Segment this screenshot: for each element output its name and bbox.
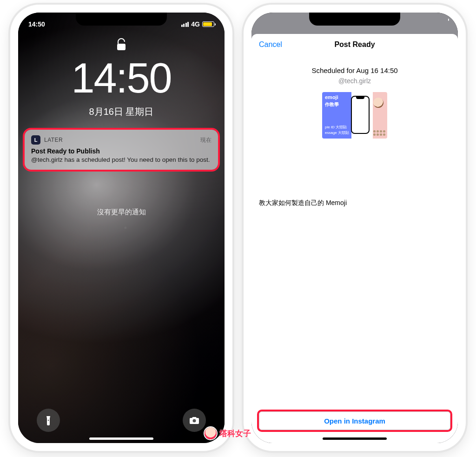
lock-date: 8月16日 星期日	[18, 106, 225, 118]
lock-clock: 14:50	[18, 54, 225, 102]
post-thumbnail[interactable]: emoji作教學 ple ID 大頭貼essage 大頭貼	[322, 92, 387, 139]
lock-screen: 14:50 4G 14:50 8月16日 星期日 L LATER 現在 Post…	[18, 13, 225, 443]
cancel-button[interactable]: Cancel	[259, 40, 282, 49]
unlock-icon	[116, 38, 126, 53]
notch	[76, 13, 167, 26]
iphone-frame-left: 14:50 4G 14:50 8月16日 星期日 L LATER 現在 Post…	[10, 5, 232, 451]
notification-body: @tech.girlz has a scheduled post! You ne…	[31, 156, 212, 164]
later-app-icon: L	[31, 135, 40, 145]
iphone-frame-right: Cancel Post Ready Scheduled for Aug 16 1…	[244, 5, 466, 451]
notification-app-name: LATER	[44, 137, 197, 143]
modal-nav: Cancel Post Ready	[251, 34, 458, 55]
thumb-subtitle: 作教學	[325, 102, 339, 107]
thumb-headline: emoji	[325, 94, 338, 100]
watermark: 塔科女子	[205, 427, 251, 439]
home-indicator[interactable]	[89, 437, 153, 440]
thumb-phone-graphic	[351, 96, 370, 134]
thumb-palette-icon	[373, 130, 385, 136]
thumb-line-1: ple ID 大頭貼	[325, 125, 347, 129]
notification-title: Post Ready to Publish	[31, 147, 212, 155]
notification-time: 現在	[200, 136, 212, 144]
notification-card[interactable]: L LATER 現在 Post Ready to Publish @tech.g…	[25, 130, 218, 170]
cta-label: Open in Instagram	[324, 417, 385, 425]
thumb-line-2: essage 大頭貼	[325, 131, 349, 135]
status-indicators: 4G	[181, 20, 214, 28]
watermark-icon	[205, 427, 217, 439]
svg-point-2	[193, 419, 196, 423]
svg-rect-0	[117, 44, 126, 50]
status-indicators	[447, 17, 448, 26]
modal-title: Post Ready	[334, 40, 375, 49]
app-screen: Cancel Post Ready Scheduled for Aug 16 1…	[251, 13, 458, 443]
network-label: 4G	[191, 20, 200, 28]
battery-icon	[447, 17, 448, 26]
watermark-text: 塔科女子	[219, 428, 251, 439]
home-indicator[interactable]	[323, 437, 387, 440]
notch	[309, 13, 400, 26]
open-in-instagram-button[interactable]: Open in Instagram	[259, 411, 450, 430]
status-time: 14:50	[28, 20, 45, 28]
thumb-memoji-icon	[373, 98, 383, 108]
account-handle: @tech.girlz	[259, 77, 450, 85]
post-caption: 教大家如何製造自己的 Memoji	[259, 199, 450, 207]
cellular-signal-icon	[181, 22, 189, 27]
post-ready-sheet: Cancel Post Ready Scheduled for Aug 16 1…	[251, 34, 458, 443]
svg-point-1	[48, 420, 49, 421]
camera-button[interactable]	[183, 409, 206, 432]
scheduled-time: Scheduled for Aug 16 14:50	[259, 66, 450, 74]
battery-icon	[202, 21, 214, 27]
flashlight-button[interactable]	[37, 409, 60, 432]
no-more-notifications: 沒有更早的通知	[18, 208, 225, 217]
